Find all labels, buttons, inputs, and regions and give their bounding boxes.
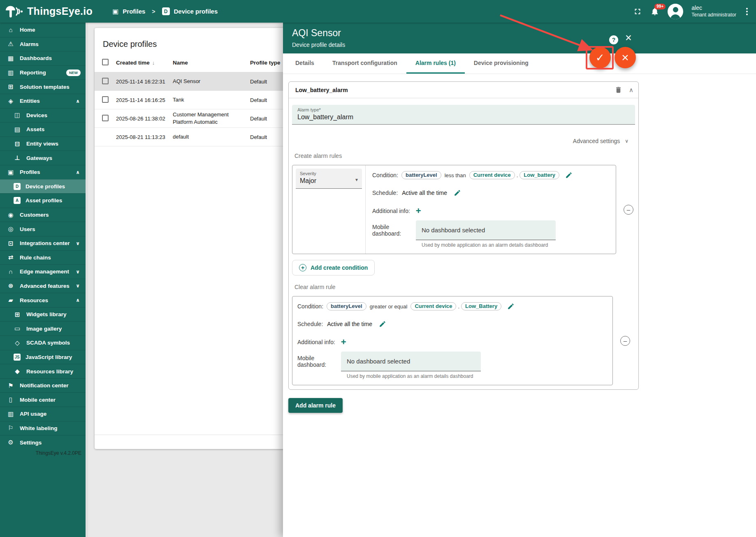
discard-changes-button[interactable]: × xyxy=(615,47,636,68)
sidebar-item-reporting[interactable]: ▥ReportingNEW xyxy=(0,65,86,80)
notifications-button[interactable]: 99+ xyxy=(650,7,659,16)
sidebar-item-label: Solution templates xyxy=(20,84,82,90)
create-alarm-rules-label: Create alarm rules xyxy=(295,153,635,159)
mobile-dashboard-hint: Used by mobile application as an alarm d… xyxy=(341,373,606,379)
delete-alarm-rule-button[interactable] xyxy=(615,86,622,94)
cell-name: default xyxy=(173,133,250,141)
cell-created-time: 2025-11-14 16:16:25 xyxy=(116,97,173,103)
breadcrumb-device-profiles[interactable]: Device profiles xyxy=(174,8,218,15)
remove-clear-condition-button[interactable]: – xyxy=(620,336,630,346)
settings-icon: ⚙ xyxy=(7,439,15,446)
sidebar-item-entity-views[interactable]: ⊟Entity views xyxy=(0,137,86,151)
column-name[interactable]: Name xyxy=(173,60,250,66)
sidebar-item-mobile-center[interactable]: ▯Mobile center xyxy=(0,392,86,407)
users-icon: ◎ xyxy=(7,225,15,233)
sidebar-item-device-profiles[interactable]: DDevice profiles xyxy=(0,179,86,194)
sidebar: ⌂Home⚠Alarms▦Dashboards▥ReportingNEW⊞Sol… xyxy=(0,23,86,537)
tab-transport-configuration[interactable]: Transport configuration xyxy=(323,53,406,74)
sidebar-item-label: Home xyxy=(20,27,82,33)
sidebar-item-gateways[interactable]: ⊥Gateways xyxy=(0,150,86,165)
remove-create-condition-button[interactable]: – xyxy=(624,205,633,215)
sidebar-item-scada-symbols[interactable]: ◇SCADA symbols xyxy=(0,336,86,350)
sidebar-item-javascript-library[interactable]: JSJavaScript library xyxy=(0,350,86,364)
fullscreen-button[interactable] xyxy=(633,7,642,16)
sidebar-item-customers[interactable]: ◉Customers xyxy=(0,208,86,222)
sidebar-item-image-gallery[interactable]: ▭Image gallery xyxy=(0,321,86,336)
sidebar-item-entities[interactable]: ◈Entities∧ xyxy=(0,94,86,108)
close-icon: × xyxy=(621,51,629,65)
sidebar-item-settings[interactable]: ⚙Settings xyxy=(0,435,86,449)
sidebar-item-solution-templates[interactable]: ⊞Solution templates xyxy=(0,79,86,94)
sort-desc-icon: ↓ xyxy=(152,60,155,66)
sidebar-item-home[interactable]: ⌂Home xyxy=(0,23,86,37)
sidebar-item-advanced-features[interactable]: ⊛Advanced features∨ xyxy=(0,279,86,293)
sidebar-item-devices[interactable]: ◫Devices xyxy=(0,108,86,123)
brand-name: ThingsEye.io xyxy=(27,5,93,17)
sidebar-item-dashboards[interactable]: ▦Dashboards xyxy=(0,51,86,65)
notification-count-badge: 99+ xyxy=(654,4,666,9)
edit-schedule-button[interactable] xyxy=(379,320,386,328)
help-icon[interactable]: ? xyxy=(609,35,618,44)
profiles-breadcrumb-icon: ▣ xyxy=(112,8,118,15)
sidebar-item-label: Rule chains xyxy=(20,255,82,261)
add-create-condition-button[interactable]: + Add create condition xyxy=(292,260,375,275)
sidebar-item-assets[interactable]: ▤Assets xyxy=(0,122,86,137)
user-avatar[interactable] xyxy=(668,4,683,19)
devices-icon: ◫ xyxy=(13,111,21,119)
mobile-dashboard-select[interactable]: No dashboard selected xyxy=(416,220,556,240)
sidebar-item-rule-chains[interactable]: ⇄Rule chains xyxy=(0,250,86,265)
edit-schedule-button[interactable] xyxy=(454,189,461,197)
apply-changes-button[interactable]: ✓ xyxy=(589,47,611,68)
user-info[interactable]: alec Tenant administrator xyxy=(691,5,736,18)
sidebar-item-notification-center[interactable]: ⚑Notification center xyxy=(0,378,86,393)
advanced-settings-toggle[interactable]: Advanced settings ∨ xyxy=(292,138,631,144)
cell-created-time: 2025-11-14 16:22:31 xyxy=(116,79,173,85)
column-created-time[interactable]: Created time ↓ xyxy=(116,60,173,66)
edit-condition-button[interactable] xyxy=(507,303,515,310)
sidebar-item-users[interactable]: ◎Users xyxy=(0,222,86,236)
chevron-down-icon: ∨ xyxy=(625,138,628,144)
mobile-dashboard-select[interactable]: No dashboard selected xyxy=(341,352,481,371)
breadcrumb-profiles[interactable]: Profiles xyxy=(123,8,145,15)
device-profile-details-panel: AQI Sensor Device profile details ? × De… xyxy=(283,23,756,537)
sidebar-scrollbar[interactable] xyxy=(86,23,88,537)
sidebar-item-edge-management[interactable]: ∩Edge management∨ xyxy=(0,264,86,279)
row-checkbox[interactable] xyxy=(102,78,109,84)
row-checkbox[interactable] xyxy=(102,115,109,121)
sidebar-item-asset-profiles[interactable]: AAsset profiles xyxy=(0,193,86,208)
collapse-alarm-rule-icon[interactable]: ∧ xyxy=(629,86,633,94)
tab-alarm-rules-1[interactable]: Alarm rules (1) xyxy=(406,53,465,74)
sidebar-item-widgets-library[interactable]: ⊞Widgets library xyxy=(0,307,86,322)
more-menu-button[interactable] xyxy=(744,6,749,17)
add-additional-info-button[interactable]: + xyxy=(416,206,421,215)
severity-select[interactable]: Severity Major ▾ xyxy=(296,169,362,189)
row-checkbox[interactable] xyxy=(102,96,109,103)
add-additional-info-button[interactable]: + xyxy=(341,338,346,347)
tab-device-provisioning[interactable]: Device provisioning xyxy=(465,53,538,74)
new-badge: NEW xyxy=(66,69,81,76)
create-alarm-rule-condition-card: Severity Major ▾ Condition: batteryLevel… xyxy=(292,165,616,254)
dashboards-icon: ▦ xyxy=(7,55,15,62)
close-icon[interactable]: × xyxy=(625,32,632,44)
sidebar-item-label: Alarms xyxy=(20,41,82,47)
sidebar-item-profiles[interactable]: ▣Profiles∧ xyxy=(0,165,86,179)
sidebar-item-alarms[interactable]: ⚠Alarms xyxy=(0,37,86,51)
sidebar-item-label: Reporting xyxy=(20,69,66,76)
alarm-type-field[interactable]: Alarm type* Low_battery_alarm xyxy=(292,105,635,125)
brand-logo[interactable]: ThingsEye.io xyxy=(5,5,93,19)
sidebar-item-integrations-center[interactable]: ⊡Integrations center∨ xyxy=(0,236,86,250)
condition-source-chip: Current device xyxy=(469,171,515,179)
sidebar-item-white-labeling[interactable]: ⚐White labeling xyxy=(0,421,86,435)
edit-condition-button[interactable] xyxy=(565,171,573,179)
sidebar-item-resources-library[interactable]: ◆Resources library xyxy=(0,364,86,378)
assets-icon: ▤ xyxy=(13,126,21,133)
widgets-library-icon: ⊞ xyxy=(13,311,21,318)
cell-name: Tank xyxy=(173,96,250,104)
sidebar-item-api-usage[interactable]: ▥API usage xyxy=(0,407,86,421)
sidebar-item-resources[interactable]: ▰Resources∧ xyxy=(0,293,86,307)
alarms-icon: ⚠ xyxy=(7,40,15,48)
add-alarm-rule-button[interactable]: Add alarm rule xyxy=(288,398,343,413)
dropdown-caret-icon: ▾ xyxy=(355,177,358,183)
select-all-checkbox[interactable] xyxy=(102,59,109,65)
tab-details[interactable]: Details xyxy=(286,53,323,74)
